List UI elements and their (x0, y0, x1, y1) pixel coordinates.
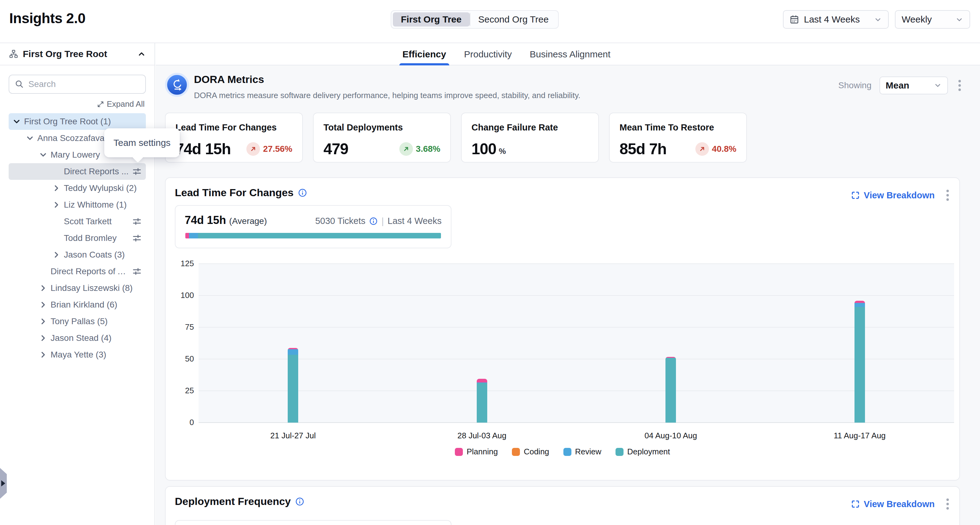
chevron-down-icon[interactable] (38, 149, 49, 161)
dora-metrics-icon (165, 73, 189, 97)
legend-label: Deployment (627, 447, 670, 457)
team-settings-icon[interactable] (132, 216, 142, 227)
chevron-right-icon[interactable] (51, 249, 62, 260)
legend-item-review[interactable]: Review (563, 447, 601, 457)
showing-select[interactable]: Mean (880, 76, 948, 94)
tree-item-liz-whittome-1[interactable]: Liz Whittome (1) (9, 196, 146, 213)
metric-card-title: Change Failure Rate (471, 123, 589, 133)
team-settings-icon[interactable] (132, 166, 142, 177)
expand-all-button[interactable]: Expand All (0, 99, 154, 109)
lead-time-section: Lead Time For Changes View Breakdown 74d… (165, 177, 960, 480)
org-tree-toggle: First Org Tree Second Org Tree (391, 10, 559, 29)
trend-delta: 3.68% (416, 144, 440, 154)
info-icon[interactable] (298, 188, 307, 197)
gridline-125 (199, 263, 954, 264)
chart-bar-28-jul-03-aug[interactable] (477, 379, 487, 423)
team-settings-icon[interactable] (132, 233, 142, 243)
x-tick-label: 11 Aug-17 Aug (820, 431, 900, 441)
trend-up-arrow-icon (695, 142, 709, 156)
tree-item-tony-pallas-5[interactable]: Tony Pallas (5) (9, 313, 146, 330)
lead-time-view-breakdown[interactable]: View Breakdown (851, 190, 935, 200)
chevron-right-icon[interactable] (38, 349, 49, 360)
chart-legend: PlanningCodingReviewDeployment (165, 447, 959, 457)
chevron-right-icon[interactable] (38, 332, 49, 344)
chevron-right-icon[interactable] (51, 183, 62, 194)
tree-item-jason-coats-3[interactable]: Jason Coats (3) (9, 247, 146, 263)
legend-swatch (616, 448, 624, 456)
collapse-chevron-up-icon[interactable] (137, 50, 146, 58)
lead-time-kebab-menu[interactable] (944, 187, 951, 203)
chart-bar-11-aug-17-aug[interactable] (854, 301, 865, 423)
x-tick-label: 04 Aug-10 Aug (631, 431, 711, 441)
tree-item-first-org-tree-root-1[interactable]: First Org Tree Root (1) (9, 113, 146, 130)
bar-segment-deployment (288, 355, 298, 423)
tree-item-scott-tarkett[interactable]: Scott Tarkett (9, 213, 146, 230)
y-tick-label: 125 (165, 259, 194, 268)
expand-all-icon (97, 100, 104, 108)
metric-card-value: 85d 7h (619, 140, 667, 158)
org-tree-sidebar: First Org Tree Root Expand All First Org… (0, 43, 155, 525)
bar-segment-review (854, 303, 865, 307)
team-settings-icon[interactable] (132, 266, 142, 277)
metric-cards-row: Lead Time For Changes74d 15h27.56%Total … (165, 113, 747, 162)
search-input[interactable] (29, 79, 140, 89)
metric-card-change-failure-rate: Change Failure Rate100% (461, 113, 599, 162)
y-tick-label: 50 (165, 354, 194, 364)
y-tick-label: 25 (165, 386, 194, 395)
y-tick-label: 100 (165, 291, 194, 300)
org-tree-toggle-second[interactable]: Second Org Tree (470, 12, 557, 27)
metric-card-mean-time-to-restore: Mean Time To Restore85d 7h40.8% (609, 113, 747, 162)
tab-productivity[interactable]: Productivity (464, 43, 512, 65)
search-icon (15, 80, 24, 89)
chevron-placeholder (51, 232, 62, 244)
gridline-75 (199, 327, 954, 328)
org-chart-icon (9, 49, 19, 59)
dora-kebab-menu[interactable] (956, 78, 963, 94)
sidebar-search[interactable] (9, 75, 146, 94)
tree-item-todd-bromley[interactable]: Todd Bromley (9, 230, 146, 247)
tree-item-lindsay-liszewski-8[interactable]: Lindsay Liszewski (8) (9, 280, 146, 296)
lead-time-title: Lead Time For Changes (175, 187, 294, 199)
chart-bar-04-aug-10-aug[interactable] (665, 357, 676, 423)
granularity-select[interactable]: Weekly (895, 10, 970, 29)
info-icon[interactable] (295, 497, 304, 506)
bar-segment-planning (185, 233, 189, 239)
legend-item-deployment[interactable]: Deployment (616, 447, 670, 457)
chart-bar-21-jul-27-jul[interactable] (288, 348, 298, 423)
tree-item-direct-reports[interactable]: Direct Reports ... (9, 163, 146, 180)
legend-label: Review (575, 447, 601, 457)
tree-item-direct-reports-of-a[interactable]: Direct Reports of A... (9, 263, 146, 280)
info-icon[interactable] (369, 217, 378, 226)
sidebar-header: First Org Tree Root (0, 43, 154, 65)
legend-item-planning[interactable]: Planning (455, 447, 498, 457)
tab-efficiency[interactable]: Efficiency (402, 43, 446, 65)
legend-swatch (512, 448, 520, 456)
chevron-down-icon[interactable] (11, 116, 22, 127)
view-breakdown-label: View Breakdown (864, 190, 935, 200)
expand-all-label: Expand All (107, 99, 145, 109)
tree-item-label: Todd Bromley (64, 233, 129, 243)
deployment-frequency-title: Deployment Frequency (175, 495, 291, 508)
chevron-down-icon (955, 16, 963, 24)
tree-item-teddy-wylupski-2[interactable]: Teddy Wylupski (2) (9, 180, 146, 196)
tree-item-jason-stead-4[interactable]: Jason Stead (4) (9, 330, 146, 347)
tree-item-label: First Org Tree Root (1) (24, 116, 142, 126)
tree-item-maya-yette-3[interactable]: Maya Yette (3) (9, 347, 146, 363)
deployment-frequency-view-breakdown[interactable]: View Breakdown (851, 499, 935, 509)
date-range-select[interactable]: Last 4 Weeks (783, 10, 889, 29)
gridline-0 (199, 422, 954, 423)
chevron-down-icon[interactable] (24, 133, 35, 144)
tree-item-brian-kirkland-6[interactable]: Brian Kirkland (6) (9, 296, 146, 313)
date-range-value: Last 4 Weeks (804, 14, 860, 25)
legend-item-coding[interactable]: Coding (512, 447, 549, 457)
org-tree-toggle-first[interactable]: First Org Tree (393, 12, 470, 27)
tab-business-alignment[interactable]: Business Alignment (530, 43, 611, 65)
tree-item-label: Tony Pallas (5) (51, 317, 142, 326)
gridline-25 (199, 390, 954, 391)
chevron-right-icon[interactable] (38, 283, 49, 294)
bar-segment-deployment (665, 358, 676, 423)
chevron-right-icon[interactable] (38, 316, 49, 327)
deployment-frequency-kebab-menu[interactable] (944, 496, 951, 512)
chevron-right-icon[interactable] (38, 299, 49, 310)
chevron-right-icon[interactable] (51, 199, 62, 210)
